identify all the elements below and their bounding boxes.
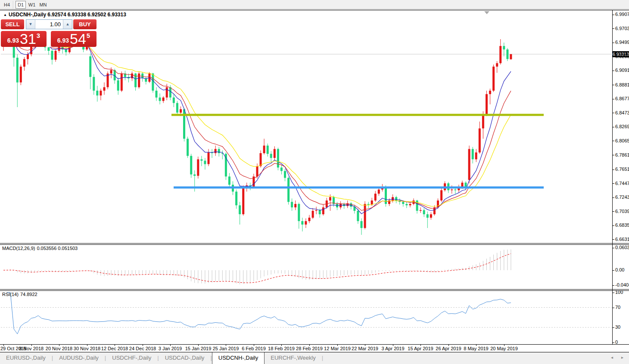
price-axis-tick — [612, 225, 614, 226]
rsi-value: 74.8922 — [20, 292, 37, 297]
time-axis-label: 3 Apr 2019 — [381, 346, 404, 351]
rsi-indicator-panel[interactable]: RSI(14)74.8922 — [0, 290, 629, 345]
one-click-trading-panel: SELL ▼ ▲ BUY 6.93 31 3 6.93 54 5 — [1, 19, 97, 47]
sell-button[interactable]: SELL — [1, 19, 24, 29]
rsi-axis-label: 0 — [615, 339, 618, 345]
price-axis-border — [612, 10, 613, 345]
price-axis-label: 6.99070 — [615, 12, 629, 17]
sell-price-pip: 3 — [37, 32, 40, 39]
time-axis-label: 15 Jan 2019 — [185, 346, 212, 351]
rsi-axis-tick — [612, 342, 614, 343]
rsi-label: RSI(14)74.8922 — [2, 292, 39, 297]
buy-quote-box[interactable]: 6.93 54 5 — [51, 31, 97, 47]
macd-histogram — [3, 250, 511, 284]
price-axis-label: 6.86770 — [615, 96, 629, 101]
macd-label: MACD(12,26,9)0.053556 0.051503 — [2, 246, 79, 251]
macd-axis-label: -0.040415 — [615, 282, 629, 287]
price-axis-tick — [612, 197, 614, 198]
price-axis-tick — [612, 28, 614, 29]
volume-input[interactable] — [35, 20, 63, 29]
time-axis[interactable]: 29 Oct 20188 Nov 201820 Nov 201830 Nov 2… — [0, 345, 629, 352]
chart-tab-usdcad-daily[interactable]: USDCAD-,Daily — [159, 352, 211, 364]
tabs-scroll-left-icon[interactable]: ◂ — [611, 355, 613, 360]
chart-tab-eurusd-daily[interactable]: EURUSD-,Daily — [0, 352, 52, 364]
volume-decrease-button[interactable]: ▼ — [26, 20, 35, 29]
chart-shift-marker-icon[interactable] — [484, 11, 489, 14]
price-axis-label: 6.68350 — [615, 222, 629, 228]
ohlc-open: 6.92574 — [47, 12, 66, 18]
price-axis-label: 6.72430 — [615, 194, 629, 200]
tabs-scroll-right-icon[interactable]: ▸ — [621, 355, 623, 360]
trading-terminal: H4D1W1MN ▲USDCNH-,Daily6.925746.933386.9… — [0, 0, 629, 364]
volume-increase-button[interactable]: ▲ — [63, 20, 72, 29]
chart-title: ▲USDCNH-,Daily6.925746.933386.925026.933… — [3, 12, 128, 18]
price-axis-tick — [612, 85, 614, 85]
time-axis-label: 24 Dec 2018 — [129, 346, 156, 351]
price-axis-label: 6.78610 — [615, 152, 629, 157]
rsi-canvas — [0, 291, 612, 344]
time-axis-label: 20 May 2019 — [490, 346, 518, 351]
price-axis-label: 6.70390 — [615, 209, 629, 214]
chart-tab-usdcnh-daily[interactable]: USDCNH-,Daily — [212, 352, 265, 364]
moving-average-line-13 — [3, 36, 511, 210]
price-axis-label: 6.94990 — [615, 40, 629, 45]
macd-axis-label: 0.00 — [615, 267, 624, 272]
rsi-axis-tick — [612, 327, 614, 328]
rsi-axis-tick — [612, 293, 614, 293]
tab-separator: | — [322, 355, 323, 361]
time-axis-label: 25 Jan 2019 — [213, 346, 239, 351]
buy-price-pip: 5 — [87, 32, 90, 39]
sell-quote-box[interactable]: 6.93 31 3 — [1, 31, 47, 47]
volume-spinner: ▼ ▲ — [26, 19, 72, 29]
time-axis-label: 12 Dec 2018 — [101, 346, 128, 351]
ohlc-close: 6.93313 — [107, 12, 126, 18]
price-axis-tick — [612, 99, 614, 99]
rsi-axis-label: 100 — [615, 290, 623, 295]
macd-axis-tick — [612, 270, 614, 271]
chart-tab-eurchf-weekly[interactable]: EURCHF-,Weekly — [265, 352, 322, 364]
timeframe-button-w1[interactable]: W1 — [27, 1, 37, 9]
rsi-axis-label: 30 — [615, 324, 620, 330]
chart-symbol-period: USDCNH-,Daily — [9, 12, 46, 18]
price-chart-panel[interactable]: ▲USDCNH-,Daily6.925746.933386.925026.933… — [0, 10, 629, 244]
price-axis-tick — [612, 113, 614, 113]
buy-button[interactable]: BUY — [73, 19, 97, 29]
price-axis-tick — [612, 170, 614, 170]
price-axis-label: 6.74470 — [615, 181, 629, 186]
collapse-arrow-icon[interactable]: ▲ — [3, 13, 7, 17]
macd-axis-label: 0.060342 — [615, 245, 629, 250]
price-axis-label: 6.80650 — [615, 138, 629, 143]
chart-tab-usdchf-daily[interactable]: USDCHF-,Daily — [106, 352, 157, 364]
buy-price-prefix: 6.93 — [57, 37, 69, 44]
time-axis-label: 30 Nov 2018 — [74, 346, 100, 351]
price-axis-tick — [612, 56, 614, 57]
sell-price-prefix: 6.93 — [7, 37, 19, 44]
price-axis-tick — [612, 155, 614, 155]
rsi-name: RSI(14) — [2, 292, 19, 297]
buy-price-main: 54 — [70, 32, 86, 45]
time-axis-label: 8 Nov 2018 — [19, 346, 44, 351]
timeframe-toolbar: H4D1W1MN — [0, 0, 629, 9]
price-axis-tick — [612, 239, 614, 240]
macd-canvas — [0, 245, 612, 289]
time-axis-label: 18 Feb 2019 — [268, 346, 295, 351]
time-axis-label: 15 Apr 2019 — [408, 346, 433, 351]
timeframe-button-mn[interactable]: MN — [38, 1, 48, 9]
timeframe-button-d1[interactable]: D1 — [16, 1, 26, 9]
triangle-up-icon: ▲ — [66, 22, 70, 26]
price-axis-label: 6.90910 — [615, 68, 629, 73]
timeframe-button-h4[interactable]: H4 — [2, 1, 12, 9]
price-axis-label: 6.82690 — [615, 124, 629, 129]
rsi-line — [7, 293, 511, 334]
price-axis-tick — [612, 43, 614, 43]
chart-tab-audusd-daily[interactable]: AUDUSD-,Daily — [53, 352, 105, 364]
price-axis-label: 6.88810 — [615, 82, 629, 87]
macd-axis-tick — [612, 248, 614, 248]
time-axis-label: 28 Feb 2019 — [296, 346, 323, 351]
sell-price-main: 31 — [20, 32, 36, 45]
ohlc-high: 6.93338 — [68, 12, 86, 18]
chart-tabs-bar: EURUSD-,Daily|AUDUSD-,Daily|USDCHF-,Dail… — [0, 352, 629, 364]
price-axis-tick — [612, 71, 614, 71]
macd-indicator-panel[interactable]: MACD(12,26,9)0.053556 0.051503 — [0, 244, 629, 290]
macd-name: MACD(12,26,9) — [2, 246, 35, 251]
